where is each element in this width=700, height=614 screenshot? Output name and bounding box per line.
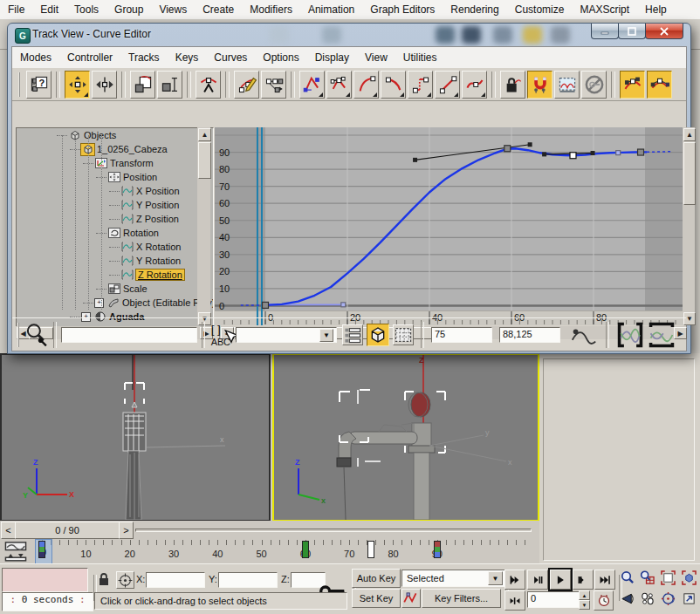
tangents-step-button[interactable] [408, 71, 433, 99]
key-value-field[interactable]: 88,125 [499, 327, 560, 343]
time-slider-prev-button[interactable]: < [1, 522, 16, 539]
show-all-tangents-button[interactable] [647, 71, 672, 99]
curve-key[interactable] [341, 303, 346, 307]
main-menu-maxscript[interactable]: MAXScript [572, 1, 637, 18]
main-menu-modifiers[interactable]: Modifiers [242, 1, 300, 18]
scale-values-button[interactable] [157, 71, 182, 99]
tv-menu-view[interactable]: View [357, 49, 395, 66]
time-configuration-button[interactable] [594, 590, 614, 611]
tree-item-1-0256-cabeza[interactable]: 1_0256_Cabeza [70, 142, 168, 156]
curve-key[interactable] [616, 151, 621, 155]
viewport-front[interactable]: x Z X Y [0, 353, 271, 522]
time-slider-handle[interactable]: 0 / 90 [15, 522, 120, 539]
tv-menu-controller[interactable]: Controller [59, 49, 120, 66]
edit-track-set-icon[interactable]: [ ]ABC [209, 324, 236, 346]
param-curve-oor-button[interactable] [554, 71, 580, 99]
main-menu-create[interactable]: Create [195, 1, 242, 18]
trackbar-key-frame-90[interactable] [434, 541, 441, 558]
curve-key[interactable] [504, 146, 511, 152]
zoom-value-extents-button[interactable] [648, 324, 676, 346]
tangents-slow-button[interactable] [381, 71, 406, 99]
absolute-mode-transform-toggle[interactable] [116, 571, 134, 589]
toolbar-grip[interactable] [17, 323, 22, 347]
move-keys-button[interactable] [65, 71, 90, 99]
orbit-button[interactable] [659, 590, 676, 608]
key-time-field[interactable]: 75 [431, 327, 492, 343]
tree-item-y-position[interactable]: Y Position [109, 198, 179, 212]
trackbar-key-frame-75[interactable] [367, 541, 374, 558]
tree-item-objects[interactable]: Objects [57, 128, 116, 142]
previous-frame-button[interactable] [527, 570, 548, 590]
trackbar-key-frame-0[interactable] [38, 541, 45, 558]
trackbar[interactable]: 1020304050607080900 [0, 539, 539, 564]
play-button[interactable] [550, 570, 571, 590]
field-of-view-button[interactable] [618, 590, 635, 608]
zoom-all-button[interactable] [638, 569, 655, 587]
tree-item-transform[interactable]: Transform [83, 156, 154, 170]
trackbar-key-frame-60[interactable] [302, 541, 309, 558]
show-tangents-button[interactable] [620, 71, 645, 99]
ghost-frames-button[interactable] [393, 324, 414, 345]
toolbar-grip[interactable] [18, 72, 23, 97]
key-mode-toggle[interactable] [504, 590, 525, 611]
zoom-extents-all-button[interactable] [680, 569, 697, 587]
selection-set-dropdown[interactable]: Selected ▼ [401, 570, 506, 587]
tangent-handle[interactable] [591, 151, 595, 155]
tangent-handle[interactable] [413, 158, 417, 162]
close-button[interactable] [645, 24, 683, 39]
zoom-button[interactable] [618, 569, 635, 587]
slide-keys-button[interactable] [92, 71, 117, 99]
default-in-out-tangents-button[interactable] [401, 589, 421, 608]
tangent-handle[interactable] [528, 142, 532, 147]
pan-walk-button[interactable] [638, 590, 655, 608]
zoom-selected-object-icon[interactable] [24, 324, 49, 346]
interactive-update-icon[interactable] [569, 324, 599, 346]
track-set-list-button[interactable] [342, 324, 363, 345]
curve-key[interactable] [263, 302, 269, 308]
chevron-down-icon[interactable]: ▼ [319, 329, 333, 342]
tree-item-y-rotation[interactable]: Y Rotation [109, 254, 181, 268]
frame-spinner[interactable]: ▲ ▼ [579, 590, 588, 607]
tree-item-scale[interactable]: Scale [96, 282, 148, 296]
zoom-extents-button[interactable] [659, 569, 676, 587]
lock-selection-button[interactable] [500, 71, 525, 99]
track-name-field[interactable] [61, 327, 197, 343]
main-menu-graph-editors[interactable]: Graph Editors [362, 1, 443, 18]
tangents-auto-button[interactable] [299, 71, 325, 99]
main-menu-edit[interactable]: Edit [32, 1, 66, 18]
go-to-start-button[interactable] [504, 570, 525, 590]
tree-item-rotation[interactable]: Rotation [96, 226, 159, 240]
tree-vscrollbar[interactable]: ▲ ▼ [197, 127, 210, 325]
show-keyable-button[interactable] [581, 71, 607, 99]
main-menu-file[interactable]: File [0, 1, 32, 18]
snap-frames-button[interactable] [527, 71, 552, 99]
main-menu-animation[interactable]: Animation [300, 1, 362, 18]
tree-item-z-rotation[interactable]: Z Rotation [109, 268, 184, 282]
main-menu-views[interactable]: Views [151, 1, 195, 18]
auto-key-button[interactable]: Auto Key [352, 569, 401, 588]
time-slider-track[interactable] [135, 529, 532, 532]
tree-item-x-position[interactable]: X Position [109, 184, 180, 198]
main-menu-tools[interactable]: Tools [66, 1, 106, 18]
track-view-titlebar[interactable]: G Track View - Curve Editor [8, 24, 690, 46]
chevron-down-icon[interactable]: ▼ [488, 571, 503, 585]
zoom-horizontal-extents-button[interactable] [616, 324, 644, 346]
tangent-handle[interactable] [542, 152, 546, 156]
current-frame-field[interactable]: 0 [527, 591, 583, 608]
graph-vscrollbar[interactable]: ▲ ▼ [683, 127, 695, 325]
tree-item-position[interactable]: Position [96, 170, 157, 184]
track-view-window[interactable]: G Track View - Curve Editor ModesControl… [7, 23, 691, 354]
reduce-keys-button[interactable] [261, 71, 286, 99]
tv-menu-options[interactable]: Options [255, 49, 306, 66]
open-mini-curve-editor-button[interactable] [4, 540, 27, 562]
tv-menu-display[interactable]: Display [307, 49, 357, 66]
maximize-viewport-toggle[interactable] [680, 590, 697, 608]
tangents-fast-button[interactable] [353, 71, 379, 99]
main-menu-help[interactable]: Help [637, 1, 675, 18]
time-slider-next-button[interactable]: > [119, 522, 134, 539]
viewport-perspective-active[interactable]: Z y x Z x [272, 353, 539, 522]
tv-menu-keys[interactable]: Keys [168, 49, 207, 66]
add-keys-button[interactable] [196, 71, 221, 99]
key-filters-button[interactable]: Key Filters... [422, 589, 501, 608]
tv-menu-utilities[interactable]: Utilities [395, 49, 445, 66]
